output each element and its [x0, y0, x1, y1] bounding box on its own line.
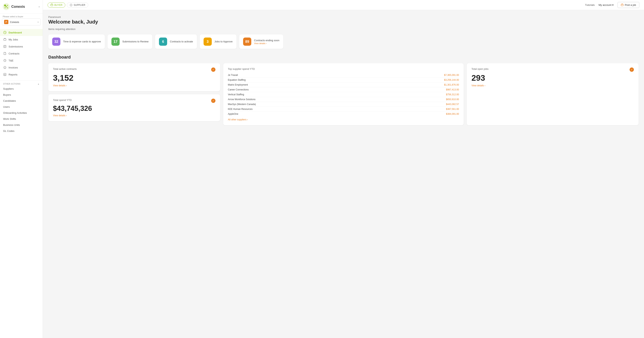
post-job-button[interactable]: Post a job	[618, 2, 639, 8]
supplier-row: Matrix Employment $1,301,876.00	[228, 82, 459, 87]
attention-cards: 32 Time & expense cards to approve 17 Su…	[48, 34, 638, 49]
svg-point-4	[6, 7, 8, 8]
jobs-label: Jobs to Approve	[214, 40, 232, 43]
sidebar-item-contracts[interactable]: Contracts	[0, 50, 43, 57]
sidebar-item-users[interactable]: Users	[0, 104, 43, 110]
other-actions-list: Suppliers Buyers Candidates Users Onboar…	[0, 86, 43, 134]
buyer-tab-label: BUYER	[54, 4, 62, 6]
active-contracts-card: Total active contracts ✓ 3,152 View deta…	[48, 63, 220, 91]
svg-rect-13	[51, 4, 53, 6]
sidebar-item-candidates[interactable]: Candidates	[0, 98, 43, 104]
active-contracts-check-icon: ✓	[211, 67, 216, 72]
sidebar-item-submissions-label: Submissions	[8, 45, 23, 48]
sidebar-item-tne[interactable]: T&E	[0, 57, 43, 64]
time-expense-label: Time & expense cards to approve	[63, 40, 101, 43]
sidebar-item-workshifts[interactable]: Work Shifts	[0, 116, 43, 122]
top-suppliers-card: Top supplier spend YTD Je Travail $7,365…	[223, 63, 464, 125]
supplier-table: Je Travail $7,365,091.00 Equation Staffi…	[228, 73, 459, 116]
tutorials-link[interactable]: Tutorials	[585, 3, 594, 6]
supplier-row: KEE Human Resources $387,561.00	[228, 107, 459, 112]
total-spend-view-details[interactable]: View details ›	[53, 114, 216, 117]
buyer-name: Conexis	[10, 21, 36, 23]
contracts-activate-badge: 6	[159, 37, 167, 46]
total-spend-value: $43,745,326	[53, 104, 216, 113]
main-nav: Dashboard My Jobs Submissions Contracts …	[0, 27, 43, 80]
time-expense-badge: 32	[52, 37, 60, 46]
supplier-name: Vertical Staffing	[228, 93, 244, 96]
other-actions-collapse-icon: ▲	[38, 83, 40, 85]
sidebar-item-buyers[interactable]: Buyers	[0, 92, 43, 98]
svg-point-2	[7, 5, 8, 6]
contracts-ending-view-details[interactable]: View details ›	[254, 42, 279, 44]
topbar-actions: Tutorials My account ▾ Post a job	[585, 2, 639, 8]
supplier-tab-icon	[70, 4, 72, 6]
supplier-row: Arrow Workforce Solutions $650,910.00	[228, 97, 459, 102]
sidebar-item-tne-label: T&E	[8, 59, 14, 62]
open-jobs-value: 293	[472, 73, 634, 83]
sidebar-item-reports-label: Reports	[8, 73, 18, 76]
active-contracts-view-details[interactable]: View details ›	[53, 84, 216, 87]
sidebar-item-dashboard[interactable]: Dashboard	[0, 29, 43, 36]
supplier-name: Career Connections	[228, 88, 249, 91]
open-jobs-view-details[interactable]: View details ›	[472, 84, 634, 87]
buyer-tab-icon	[50, 4, 53, 6]
sidebar-item-submissions[interactable]: Submissions	[0, 43, 43, 50]
attention-card-contracts-ending[interactable]: 89 Contracts ending soon View details ›	[239, 34, 283, 49]
open-jobs-check-icon: ✓	[630, 67, 634, 72]
supplier-name: Matrix Employment	[228, 83, 248, 86]
svg-point-1	[4, 4, 6, 6]
sidebar-item-invoices[interactable]: $ Invoices	[0, 64, 43, 71]
topbar: BUYER SUPPLIER Tutorials My account ▾ Po…	[43, 0, 644, 10]
sidebar-item-gl-codes[interactable]: GL Codes	[0, 128, 43, 134]
sidebar-item-dashboard-label: Dashboard	[8, 31, 22, 34]
active-contracts-header: Total active contracts ✓	[53, 67, 216, 72]
supplier-name: Je Travail	[228, 74, 238, 76]
my-account-label: My account	[598, 3, 612, 6]
welcome-section: Paramount Welcome back, Judy Items requi…	[48, 15, 638, 30]
supplier-amount: $650,910.00	[446, 98, 459, 101]
contracts-activate-label: Contracts to activate	[170, 40, 193, 43]
all-suppliers-link[interactable]: All other suppliers ›	[228, 118, 459, 121]
sidebar-item-business-units[interactable]: Business Units	[0, 122, 43, 128]
left-column: Total active contracts ✓ 3,152 View deta…	[48, 63, 220, 125]
supplier-name: KEE Human Resources	[228, 108, 253, 111]
attention-card-jobs[interactable]: 3 Jobs to Approve	[200, 34, 236, 49]
sidebar: Conexis » Please select a buyer P Conexi…	[0, 0, 43, 338]
sidebar-item-onboarding[interactable]: Onboarding Activities	[0, 110, 43, 116]
buyer-tab[interactable]: BUYER	[48, 2, 65, 7]
total-spend-card: Total spend YTD ✓ $43,745,326 View detai…	[48, 94, 220, 121]
open-jobs-label: Total open jobs	[472, 67, 488, 70]
jobs-badge: 3	[204, 37, 212, 46]
welcome-company: Paramount	[48, 15, 638, 18]
attention-card-contracts-activate[interactable]: 6 Contracts to activate	[155, 34, 197, 49]
post-job-label: Post a job	[625, 3, 636, 6]
active-contracts-value: 3,152	[53, 73, 216, 83]
sidebar-item-my-jobs[interactable]: My Jobs	[0, 36, 43, 43]
attention-card-submissions[interactable]: 17 Submissions to Review	[108, 34, 152, 49]
dashboard-icon	[3, 31, 6, 34]
my-account-button[interactable]: My account ▾	[598, 3, 614, 6]
contracts-ending-label: Contracts ending soon	[254, 39, 279, 42]
topbar-tabs: BUYER SUPPLIER	[48, 2, 88, 7]
attention-card-time-expense[interactable]: 32 Time & expense cards to approve	[48, 34, 105, 49]
supplier-row: Je Travail $7,365,091.00	[228, 73, 459, 78]
attention-label: Items requiring attention	[48, 28, 638, 30]
sidebar-item-reports[interactable]: Reports	[0, 71, 43, 78]
supplier-amount: $7,365,091.00	[444, 74, 459, 76]
open-jobs-card: Total open jobs ✓ 293 View details ›	[467, 63, 638, 125]
invoices-icon: $	[3, 66, 6, 69]
open-jobs-view-details-label: View details ›	[472, 84, 485, 87]
logo: Conexis	[3, 3, 25, 10]
sidebar-item-my-jobs-label: My Jobs	[8, 38, 18, 41]
collapse-button[interactable]: »	[38, 5, 40, 8]
open-jobs-header: Total open jobs ✓	[472, 67, 634, 72]
sidebar-item-suppliers[interactable]: Suppliers	[0, 86, 43, 92]
supplier-name: AppleOne	[228, 113, 238, 115]
welcome-greeting: Welcome back, Judy	[48, 19, 638, 25]
supplier-tab[interactable]: SUPPLIER	[67, 2, 88, 7]
supplier-name: Equation Staffing	[228, 79, 246, 81]
active-contracts-view-details-label: View details ›	[53, 84, 67, 87]
supplier-name: Arrow Workforce Solutions	[228, 98, 256, 101]
buyer-select[interactable]: P Conexis ▾	[2, 18, 41, 25]
dashboard-title: Dashboard	[48, 55, 638, 60]
